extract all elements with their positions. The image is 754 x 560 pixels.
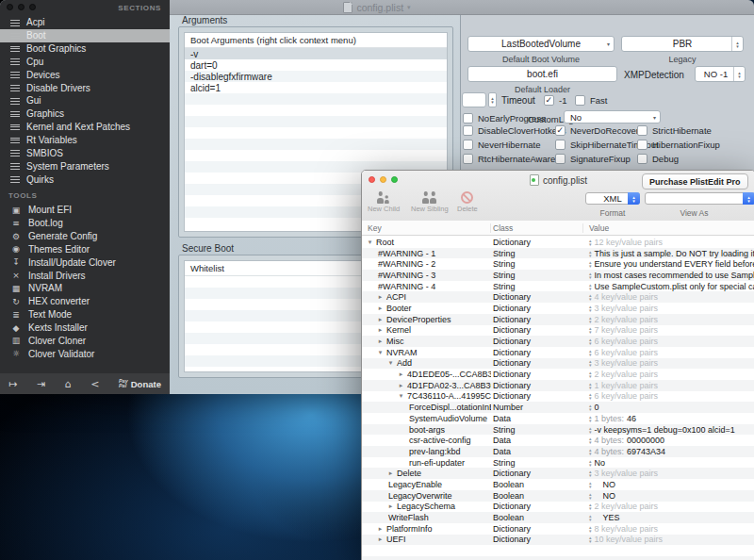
plist-row-legacyenable[interactable]: LegacyEnableBoolean▴▾NO xyxy=(362,479,754,490)
value-stepper-icon[interactable]: ▴▾ xyxy=(589,239,592,246)
value-stepper-icon[interactable]: ▴▾ xyxy=(589,392,592,400)
disclosure-triangle-icon[interactable]: ▸ xyxy=(397,382,405,389)
boot-arguments-list-header[interactable]: Boot Arguments (right click context menu… xyxy=(185,33,447,48)
value-stepper-icon[interactable]: ▴▾ xyxy=(589,382,592,389)
checkbox-rtchibernateaware[interactable]: RtcHibernateAware xyxy=(463,154,555,164)
export-icon[interactable]: ⇥ xyxy=(37,378,45,390)
home-icon[interactable]: ⌂ xyxy=(65,378,72,390)
plist-row-4d1fda02-3-ca8b30102[interactable]: ▸4D1FDA02-3...CA8B30102Dictionary▴▾1 key… xyxy=(362,380,754,391)
disclosure-triangle-icon[interactable]: ▾ xyxy=(366,239,374,246)
stepper-icon[interactable]: ▴▾ xyxy=(731,37,743,51)
disclosure-triangle-icon[interactable]: ▾ xyxy=(376,349,385,356)
tool-item-install-update-clover[interactable]: ↧Install/Update Clover xyxy=(0,255,170,269)
plist-row-misc[interactable]: ▸MiscDictionary▴▾6 key/value pairs xyxy=(362,336,754,347)
plist-row-platforminfo[interactable]: ▸PlatformInfoDictionary▴▾8 key/value pai… xyxy=(362,523,754,535)
value-stepper-icon[interactable]: ▴▾ xyxy=(589,305,592,312)
close-button[interactable] xyxy=(7,4,13,10)
plist-row-writeflash[interactable]: WriteFlashBoolean▴▾YES xyxy=(362,512,754,523)
format-combo[interactable]: XML ▴▾ xyxy=(585,192,640,205)
disclosure-triangle-icon[interactable]: ▸ xyxy=(376,326,385,334)
plist-row-legacyoverwrite[interactable]: LegacyOverwriteBoolean▴▾NO xyxy=(362,490,754,502)
checkbox-timeout-neg1[interactable]: -1 xyxy=(544,95,566,106)
boot-arg-row-dart-0[interactable]: dart=0 xyxy=(185,59,447,71)
sidebar-item-devices[interactable]: Devices xyxy=(0,68,170,81)
disclosure-triangle-icon[interactable]: ▾ xyxy=(397,392,405,400)
disclosure-triangle-icon[interactable]: ▸ xyxy=(376,293,385,301)
purchase-plistedit-pro-button[interactable]: Purchase PlistEdit Pro xyxy=(642,173,748,189)
timeout-stepper[interactable]: ▴▾ xyxy=(488,92,497,107)
disclosure-triangle-icon[interactable]: ▸ xyxy=(376,535,385,543)
checkbox-box[interactable] xyxy=(555,140,566,150)
checkbox-signaturefixup[interactable]: SignatureFixup xyxy=(555,154,631,164)
sidebar-item-disable-drivers[interactable]: Disable Drivers xyxy=(0,81,170,94)
minimize-button[interactable] xyxy=(18,4,25,10)
new-sibling-button[interactable]: New Sibling xyxy=(411,190,449,213)
value-stepper-icon[interactable]: ▴▾ xyxy=(589,426,592,434)
checkbox-box[interactable] xyxy=(463,125,473,136)
tool-item-mount-efi[interactable]: ▣Mount EFI xyxy=(0,204,170,217)
value-stepper-icon[interactable]: ▴▾ xyxy=(589,535,592,543)
value-stepper-icon[interactable]: ▴▾ xyxy=(589,293,592,301)
tool-item-text-mode[interactable]: ≣Text Mode xyxy=(0,308,170,321)
plist-row-run-efi-updater[interactable]: run-efi-updaterString▴▾No xyxy=(362,457,754,469)
plist-row-add[interactable]: ▾AddDictionary▴▾3 key/value pairs xyxy=(362,358,754,370)
checkbox-neverhibernate[interactable]: NeverHibernate xyxy=(463,140,541,150)
checkbox-hibernationfixup[interactable]: HibernationFixup xyxy=(637,140,720,150)
timeout-field[interactable] xyxy=(462,92,486,107)
value-stepper-icon[interactable]: ▴▾ xyxy=(589,338,592,345)
plist-row-booter[interactable]: ▸BooterDictionary▴▾3 key/value pairs xyxy=(362,303,754,314)
value-stepper-icon[interactable]: ▴▾ xyxy=(589,469,592,477)
plist-row-acpi[interactable]: ▸ACPIDictionary▴▾4 key/value pairs xyxy=(362,291,754,303)
plist-row-uefi[interactable]: ▸UEFIDictionary▴▾10 key/value pairs xyxy=(362,535,754,546)
plist-row-warning-3[interactable]: #WARNING - 3String▴▾In most cases recomm… xyxy=(362,270,754,281)
plist-row-systemaudiovolume[interactable]: SystemAudioVolumeData▴▾1 bytes:46 xyxy=(362,413,754,424)
value-stepper-icon[interactable]: ▴▾ xyxy=(589,371,592,378)
plist-row-warning-2[interactable]: #WARNING - 2String▴▾Ensure you understan… xyxy=(362,258,754,270)
tool-item-clover-validator[interactable]: ☼Clover Validator xyxy=(0,347,170,360)
plist-row-warning-1[interactable]: #WARNING - 1String▴▾This is just a sampl… xyxy=(362,248,754,259)
value-stepper-icon[interactable]: ▴▾ xyxy=(589,448,592,455)
plist-row-deviceproperties[interactable]: ▸DevicePropertiesDictionary▴▾2 key/value… xyxy=(362,314,754,325)
title-menu-caret-icon[interactable]: ▾ xyxy=(407,4,411,11)
plist-row-root[interactable]: ▾RootDictionary▴▾12 key/value pairs xyxy=(362,237,754,248)
stepper-icon[interactable]: ▴▾ xyxy=(733,67,745,81)
tool-item-generate-config[interactable]: ⚙Generate Config xyxy=(0,230,170,243)
checkbox-box[interactable] xyxy=(544,95,554,106)
sidebar-item-system-parameters[interactable]: System Parameters xyxy=(0,159,170,173)
checkbox-box[interactable] xyxy=(637,154,647,164)
boot-arg-row-alcid-1[interactable]: alcid=1 xyxy=(185,82,447,93)
xmp-detection-select[interactable]: NO -1 ▴▾ xyxy=(695,66,746,82)
value-stepper-icon[interactable]: ▴▾ xyxy=(589,502,592,510)
disclosure-triangle-icon[interactable]: ▸ xyxy=(376,525,385,533)
sidebar-item-boot[interactable]: Boot xyxy=(0,29,170,42)
value-stepper-icon[interactable]: ▴▾ xyxy=(589,525,592,533)
close-button[interactable] xyxy=(369,176,375,183)
disclosure-triangle-icon[interactable]: ▾ xyxy=(386,359,395,367)
boot-arg-row-disablegfxfirmware[interactable]: -disablegfxfirmware xyxy=(185,71,447,82)
plist-row-kernel[interactable]: ▸KernelDictionary▴▾7 key/value pairs xyxy=(362,325,754,337)
checkbox-box[interactable] xyxy=(575,95,585,106)
value-stepper-icon[interactable]: ▴▾ xyxy=(589,459,592,467)
plist-row-warning-4[interactable]: #WARNING - 4String▴▾Use SampleCustom.pli… xyxy=(362,281,754,292)
tool-item-kexts-installer[interactable]: ◆Kexts Installer xyxy=(0,321,170,335)
value-stepper-icon[interactable]: ▴▾ xyxy=(589,349,592,356)
sidebar-item-graphics[interactable]: Graphics xyxy=(0,107,170,121)
minimize-button[interactable] xyxy=(380,176,386,183)
zoom-button[interactable] xyxy=(29,4,36,10)
tool-item-boot-log[interactable]: ≡Boot.log xyxy=(0,217,170,230)
disclosure-triangle-icon[interactable]: ▸ xyxy=(397,371,405,378)
tool-item-hex-converter[interactable]: ↻HEX converter xyxy=(0,295,170,308)
checkbox-box[interactable] xyxy=(463,140,473,150)
checkbox-disablecloverhotkeys[interactable]: DisableCloverHotkeys xyxy=(463,125,566,136)
plist-row-legacyschema[interactable]: ▸LegacySchemaDictionary▴▾2 key/value pai… xyxy=(362,502,754,513)
plist-row-4d1ede05-cca8b38c14[interactable]: ▸4D1EDE05-...CCA8B38C14Dictionary▴▾2 key… xyxy=(362,369,754,380)
tool-item-clover-cloner[interactable]: ▥Clover Cloner xyxy=(0,334,170,347)
value-stepper-icon[interactable]: ▴▾ xyxy=(589,326,592,334)
plist-row-delete[interactable]: ▸DeleteDictionary▴▾3 key/value pairs xyxy=(362,468,754,479)
tool-item-themes-editor[interactable]: ◉Themes Editor xyxy=(0,243,170,256)
value-stepper-icon[interactable]: ▴▾ xyxy=(589,283,592,290)
stepper-icon[interactable]: ▴▾ xyxy=(628,192,640,205)
disclosure-triangle-icon[interactable]: ▸ xyxy=(376,305,385,312)
checkbox-box[interactable] xyxy=(637,140,647,150)
import-icon[interactable]: ↦ xyxy=(8,378,17,390)
